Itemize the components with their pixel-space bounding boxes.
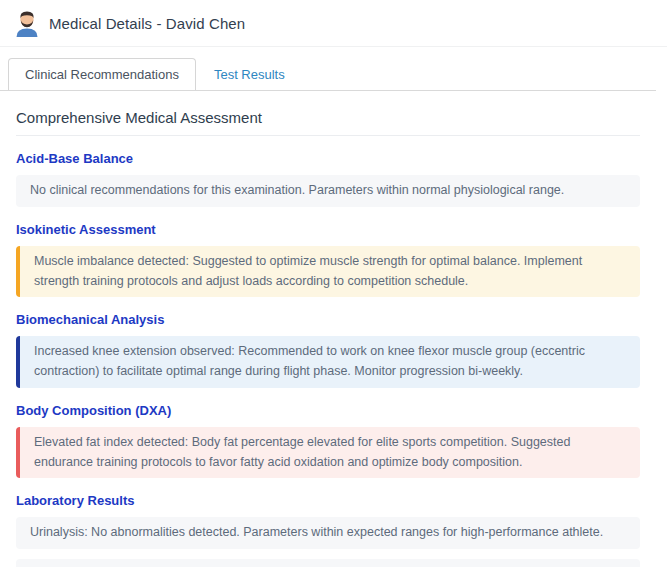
assessment-title: Comprehensive Medical Assessment	[16, 109, 640, 136]
section-acid-base-balance: Acid-Base Balance No clinical recommenda…	[16, 151, 640, 207]
alert-warning: Muscle imbalance detected: Suggested to …	[16, 246, 640, 298]
alert-neutral: No clinical recommendations for this exa…	[16, 175, 640, 207]
section-heading: Biomechanical Analysis	[16, 312, 640, 327]
user-avatar	[14, 8, 40, 38]
alert-neutral: Urinalysis: No abnormalities detected. P…	[16, 517, 640, 549]
section-biomechanical-analysis: Biomechanical Analysis Increased knee ex…	[16, 312, 640, 388]
section-laboratory-results: Laboratory Results Urinalysis: No abnorm…	[16, 493, 640, 567]
section-heading: Isokinetic Assessment	[16, 222, 640, 237]
section-heading: Laboratory Results	[16, 493, 640, 508]
alert-danger: Elevated fat index detected: Body fat pe…	[16, 427, 640, 479]
header: Medical Details - David Chen	[0, 0, 667, 47]
alert-neutral: Sweat Analysis: Electrolyte balance main…	[16, 559, 640, 567]
section-heading: Body Composition (DXA)	[16, 403, 640, 418]
tab-clinical-recommendations[interactable]: Clinical Recommendations	[8, 58, 196, 90]
section-isokinetic-assessment: Isokinetic Assessment Muscle imbalance d…	[16, 222, 640, 298]
section-body-composition-dxa: Body Composition (DXA) Elevated fat inde…	[16, 403, 640, 479]
tab-bar: Clinical Recommendations Test Results	[0, 58, 656, 91]
content-column: Clinical Recommendations Test Results Co…	[0, 58, 656, 567]
section-heading: Acid-Base Balance	[16, 151, 640, 166]
tab-test-results[interactable]: Test Results	[196, 59, 303, 90]
page-title: Medical Details - David Chen	[49, 15, 245, 32]
main-panel: Comprehensive Medical Assessment Acid-Ba…	[0, 91, 656, 567]
person-icon	[15, 9, 39, 37]
alert-info: Increased knee extension observed: Recom…	[16, 336, 640, 388]
